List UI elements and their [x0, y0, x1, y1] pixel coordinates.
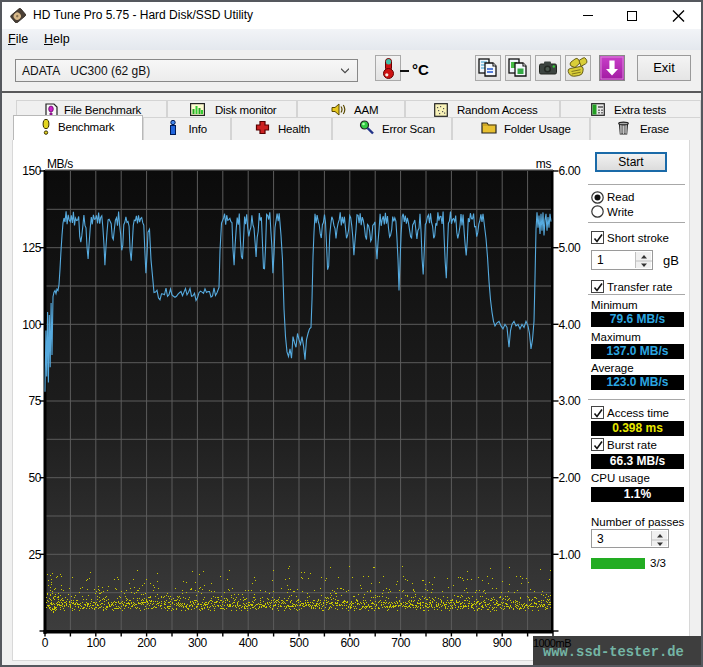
svg-text:600: 600 [340, 636, 360, 650]
svg-text:150: 150 [22, 164, 42, 178]
svg-text:100: 100 [86, 636, 106, 650]
svg-text:MB/s: MB/s [47, 157, 73, 171]
svg-text:900: 900 [493, 636, 513, 650]
svg-text:125: 125 [22, 241, 42, 255]
svg-text:500: 500 [290, 636, 310, 650]
svg-text:1.00: 1.00 [559, 548, 581, 562]
svg-text:3.00: 3.00 [559, 394, 581, 408]
svg-text:100: 100 [22, 318, 42, 332]
svg-text:400: 400 [239, 636, 259, 650]
svg-text:ms: ms [536, 157, 552, 171]
svg-text:50: 50 [28, 471, 41, 485]
svg-text:700: 700 [391, 636, 411, 650]
svg-text:300: 300 [188, 636, 208, 650]
svg-text:25: 25 [28, 548, 41, 562]
svg-text:5.00: 5.00 [559, 241, 581, 255]
svg-text:200: 200 [137, 636, 157, 650]
svg-text:75: 75 [28, 394, 41, 408]
svg-text:4.00: 4.00 [559, 318, 581, 332]
svg-text:800: 800 [442, 636, 462, 650]
svg-text:6.00: 6.00 [559, 164, 581, 178]
svg-text:0: 0 [42, 636, 49, 650]
svg-text:2.00: 2.00 [559, 471, 581, 485]
